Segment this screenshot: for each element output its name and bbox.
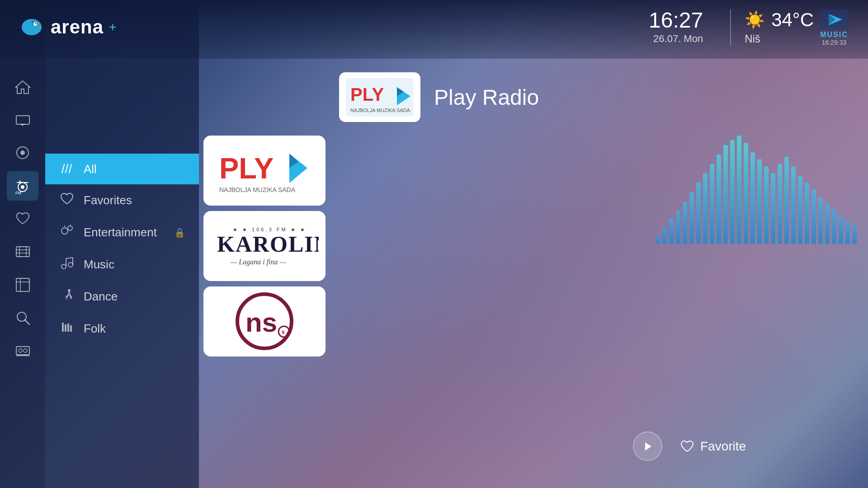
station-list: PLY NAJBOLJA MUZIKA SADA ★ ★ 106.3 FM ★ … bbox=[203, 136, 335, 357]
svg-rect-9 bbox=[16, 116, 29, 124]
karolina-logo: ★ ★ 106.3 FM ★ ★ KAROLINA — Lagana i fin… bbox=[210, 216, 319, 277]
svg-text:PLY: PLY bbox=[219, 152, 274, 185]
svg-point-31 bbox=[24, 349, 27, 352]
waveform-bar bbox=[811, 190, 816, 244]
sidebar-item-movies[interactable] bbox=[7, 237, 38, 267]
header-divider bbox=[730, 9, 731, 45]
sidebar-item-favorites[interactable] bbox=[7, 204, 38, 234]
station-card-karolina[interactable]: ★ ★ 106.3 FM ★ ★ KAROLINA — Lagana i fin… bbox=[203, 211, 326, 281]
weather-top: ☀️ 34°C bbox=[745, 9, 814, 31]
svg-text:s: s bbox=[282, 329, 285, 335]
sidebar-item-radio[interactable]: FM bbox=[7, 171, 38, 201]
category-all[interactable]: /// All bbox=[45, 154, 199, 184]
now-playing-logo-card: PLY NAJBOLJA MUZIKA SADA bbox=[339, 72, 420, 122]
music-channel-time: 16:29:33 bbox=[822, 39, 847, 46]
waveform-bar bbox=[696, 183, 701, 244]
logo-text: arena bbox=[51, 16, 104, 38]
svg-line-28 bbox=[25, 320, 29, 324]
category-folk-label: Folk bbox=[84, 322, 185, 336]
waveform-bar bbox=[717, 155, 721, 244]
music-channel-label: MUSIC bbox=[820, 31, 848, 39]
now-playing-header: PLY NAJBOLJA MUZIKA SADA Play Radio bbox=[339, 72, 539, 122]
svg-text:FM: FM bbox=[15, 191, 21, 195]
svg-marker-8 bbox=[16, 81, 30, 94]
waveform-bar bbox=[723, 145, 728, 244]
weather-temperature: 34°C bbox=[771, 9, 814, 31]
svg-rect-44 bbox=[65, 324, 66, 332]
waveform-bar bbox=[798, 176, 802, 244]
category-favorites[interactable]: Favorites bbox=[45, 184, 199, 216]
waveform-bar bbox=[750, 152, 755, 244]
svg-point-3 bbox=[35, 23, 37, 24]
folk-icon bbox=[59, 321, 75, 337]
waveform-bar bbox=[778, 164, 782, 244]
category-folk[interactable]: Folk bbox=[45, 313, 199, 345]
logo-plus: + bbox=[109, 20, 116, 34]
now-playing-title: Play Radio bbox=[434, 85, 539, 110]
favorite-button[interactable]: Favorite bbox=[680, 439, 746, 454]
entertainment-icon bbox=[59, 225, 75, 240]
sidebar-item-guide[interactable] bbox=[7, 270, 38, 300]
svg-rect-43 bbox=[62, 323, 64, 332]
svg-text:ns: ns bbox=[245, 307, 277, 338]
music-icon bbox=[59, 257, 75, 272]
dance-icon bbox=[59, 289, 75, 305]
waveform-bar bbox=[676, 211, 680, 244]
waveform-bar bbox=[784, 157, 789, 244]
sidebar-item-recordings[interactable] bbox=[7, 138, 38, 168]
waveform-bar bbox=[845, 221, 850, 244]
play-controls: Favorite bbox=[597, 432, 868, 461]
svg-line-41 bbox=[66, 258, 73, 258]
sidebar-item-tv[interactable] bbox=[7, 105, 38, 135]
favorite-label: Favorite bbox=[700, 439, 746, 454]
category-all-label: All bbox=[84, 162, 185, 176]
waveform-bar bbox=[683, 202, 687, 244]
weather-city: Niš bbox=[745, 33, 760, 45]
svg-text:PLY: PLY bbox=[350, 84, 384, 104]
music-channel-logo bbox=[818, 8, 850, 31]
waveform-bar bbox=[771, 173, 775, 244]
waveform-bar bbox=[710, 164, 714, 244]
current-date: 26.07. Mon bbox=[649, 33, 703, 45]
category-dance[interactable]: Dance bbox=[45, 281, 199, 313]
weather-sun-icon: ☀️ bbox=[745, 10, 765, 29]
waveform-bar bbox=[757, 159, 762, 244]
sidebar-item-home[interactable] bbox=[7, 72, 38, 102]
category-entertainment-label: Entertainment bbox=[84, 225, 165, 239]
svg-point-34 bbox=[68, 226, 72, 230]
category-favorites-label: Favorites bbox=[84, 193, 185, 207]
station-card-ns[interactable]: ns s bbox=[203, 286, 326, 357]
svg-rect-19 bbox=[16, 247, 29, 257]
waveform-bar bbox=[839, 216, 843, 244]
category-music[interactable]: Music bbox=[45, 249, 199, 281]
waveform-bar bbox=[669, 218, 674, 244]
svg-text:NAJBOLJA MUZIKA SADA: NAJBOLJA MUZIKA SADA bbox=[350, 108, 410, 113]
svg-point-13 bbox=[20, 150, 25, 155]
play-button[interactable] bbox=[633, 432, 662, 461]
waveform-bar bbox=[703, 173, 708, 244]
svg-text:NAJBOLJA MUZIKA SADA: NAJBOLJA MUZIKA SADA bbox=[219, 186, 296, 193]
waveform-bar bbox=[737, 136, 741, 244]
svg-point-38 bbox=[68, 263, 73, 267]
header-right: 16:27 26.07. Mon ☀️ 34°C Niš MUSIC 16:29… bbox=[649, 8, 850, 46]
logo-area: arena+ bbox=[18, 16, 116, 38]
svg-point-37 bbox=[61, 264, 66, 269]
all-icon: /// bbox=[59, 162, 75, 176]
favorite-heart-icon bbox=[680, 440, 694, 453]
waveform-visualization bbox=[656, 131, 845, 244]
category-dance-label: Dance bbox=[84, 290, 185, 304]
station-card-play-radio[interactable]: PLY NAJBOLJA MUZIKA SADA bbox=[203, 136, 326, 206]
waveform-bar bbox=[832, 209, 836, 244]
sidebar-item-search[interactable] bbox=[7, 303, 38, 333]
category-entertainment[interactable]: Entertainment 🔒 bbox=[45, 216, 199, 249]
svg-rect-45 bbox=[67, 324, 69, 332]
arena-bird-icon bbox=[18, 16, 45, 38]
play-radio-logo-header: PLY NAJBOLJA MUZIKA SADA bbox=[344, 76, 416, 119]
waveform-bar bbox=[764, 166, 769, 244]
svg-text:— Lagana i fina —: — Lagana i fina — bbox=[230, 258, 286, 266]
svg-marker-67 bbox=[645, 442, 651, 450]
sidebar: FM bbox=[0, 0, 45, 488]
time-date-area: 16:27 26.07. Mon bbox=[649, 9, 703, 45]
svg-rect-46 bbox=[70, 325, 72, 332]
sidebar-item-dvr[interactable] bbox=[7, 336, 38, 366]
